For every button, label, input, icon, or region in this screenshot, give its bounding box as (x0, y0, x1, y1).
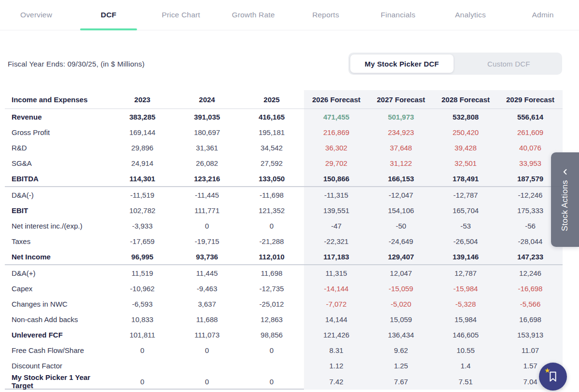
cell-value: -22,321 (304, 233, 369, 249)
bookmark-fab-button[interactable]: ★ (539, 363, 567, 391)
table-header-row: Income and Expenses 2023 2024 2025 2026 … (5, 90, 563, 109)
table-row: Net interest inc./(exp.)-3,93300-47-50-5… (5, 218, 563, 233)
tab-price-chart[interactable]: Price Chart (145, 0, 217, 30)
table-row: Non-cash Add backs10,83311,68812,86314,1… (5, 311, 563, 327)
cell-value: -25,012 (239, 296, 304, 311)
cell-value: 93,736 (175, 249, 239, 264)
cell-value: 169,144 (110, 124, 175, 140)
cell-value: -11,519 (110, 187, 175, 203)
top-nav: Overview DCF Price Chart Growth Rate Rep… (0, 0, 579, 30)
fiscal-year-note: Fiscal Year Ends: 09/30/25, (in $ Millio… (8, 60, 145, 68)
cell-value: 0 (175, 373, 239, 390)
cell-value: 139,551 (304, 203, 369, 218)
cell-value: 261,609 (498, 124, 563, 140)
cell-value: -11,698 (239, 187, 304, 203)
cell-value: 12,246 (498, 265, 563, 281)
cell-value: 180,697 (175, 124, 239, 140)
cell-value: 10.55 (433, 342, 498, 358)
cell-value: 3,637 (175, 296, 239, 311)
stock-actions-label: Stock Actions (560, 180, 570, 231)
column-header: Income and Expenses (5, 90, 110, 108)
row-label: Net Income (5, 249, 110, 264)
cell-value: 101,811 (110, 327, 175, 342)
cell-value: 29,702 (304, 155, 369, 171)
cell-value: 121,352 (239, 203, 304, 218)
cell-value: 471,455 (304, 109, 369, 124)
cell-value: 36,302 (304, 140, 369, 155)
cell-value: 102,782 (110, 203, 175, 218)
table-row: Revenue383,285391,035416,165471,455501,9… (5, 109, 563, 124)
table-row: EBITDA114,301123,216133,050150,866166,15… (5, 171, 563, 187)
tab-dcf[interactable]: DCF (72, 0, 145, 30)
tab-admin[interactable]: Admin (507, 0, 579, 30)
cell-value: -11,445 (175, 187, 239, 203)
cell-value: 29,896 (110, 140, 175, 155)
cell-value: 0 (239, 342, 304, 358)
row-label: Capex (5, 281, 110, 296)
row-label: R&D (5, 140, 110, 155)
cell-value: 150,866 (304, 171, 369, 186)
cell-value: 1.4 (433, 358, 498, 373)
cell-value: 15,059 (369, 311, 433, 327)
column-header: 2025 (239, 90, 304, 108)
cell-value: 16,698 (498, 311, 563, 327)
cell-value: -6,593 (110, 296, 175, 311)
cell-value: 11,315 (304, 265, 369, 281)
cell-value (110, 358, 175, 373)
cell-value: 391,035 (175, 109, 239, 124)
cell-value: 178,491 (433, 171, 498, 186)
cell-value: 416,165 (239, 109, 304, 124)
tab-financials[interactable]: Financials (362, 0, 434, 30)
cell-value: 216,869 (304, 124, 369, 140)
toggle-custom-dcf[interactable]: Custom DCF (457, 54, 561, 73)
row-label: My Stock Picker 1 Year Target (5, 373, 110, 390)
dcf-table: Income and Expenses 2023 2024 2025 2026 … (5, 90, 563, 390)
cell-value: 0 (110, 373, 175, 390)
cell-value: 153,913 (498, 327, 563, 342)
table-row: Changes in NWC-6,5933,637-25,012-7,072-5… (5, 296, 563, 311)
column-header: 2029 Forecast (498, 90, 563, 108)
tab-reports[interactable]: Reports (290, 0, 362, 30)
cell-value: 10,833 (110, 311, 175, 327)
cell-value: 556,614 (498, 109, 563, 124)
table-row: Free Cash Flow/Share0008.319.6210.5511.0… (5, 342, 563, 358)
column-header: 2028 Forecast (433, 90, 498, 108)
cell-value: -47 (304, 218, 369, 233)
table-row: Unlevered FCF101,811111,07398,856121,426… (5, 327, 563, 342)
cell-value: 0 (175, 342, 239, 358)
tab-overview[interactable]: Overview (0, 0, 72, 30)
cell-value: 32,501 (433, 155, 498, 171)
row-label: D&A(-) (5, 187, 110, 203)
stock-actions-tab[interactable]: Stock Actions (551, 152, 579, 247)
cell-value: 250,420 (433, 124, 498, 140)
table-row: EBIT102,782111,771121,352139,551154,1061… (5, 203, 563, 218)
row-label: SG&A (5, 155, 110, 171)
cell-value: -24,649 (369, 233, 433, 249)
subheader: Fiscal Year Ends: 09/30/25, (in $ Millio… (8, 51, 562, 77)
cell-value: 8.31 (304, 342, 369, 358)
cell-value: 34,542 (239, 140, 304, 155)
cell-value: -16,698 (498, 281, 563, 296)
cell-value: 114,301 (110, 171, 175, 186)
cell-value: -7,072 (304, 296, 369, 311)
column-header: 2023 (110, 90, 175, 108)
cell-value: -12,787 (433, 187, 498, 203)
cell-value: 112,010 (239, 249, 304, 264)
table-row: R&D29,89631,36134,54236,30237,64839,4284… (5, 140, 563, 155)
tab-analytics[interactable]: Analytics (434, 0, 507, 30)
cell-value: -9,463 (175, 281, 239, 296)
cell-value: -3,933 (110, 218, 175, 233)
chevron-up-icon (561, 168, 569, 176)
row-label: Free Cash Flow/Share (5, 342, 110, 358)
star-icon: ★ (544, 367, 551, 374)
row-label: Net interest inc./(exp.) (5, 218, 110, 233)
dcf-mode-toggle: My Stock Picker DCF Custom DCF (348, 53, 562, 75)
cell-value: -26,504 (433, 233, 498, 249)
cell-value: 139,146 (433, 249, 498, 264)
row-label: D&A(+) (5, 265, 110, 281)
tab-growth-rate[interactable]: Growth Rate (217, 0, 290, 30)
cell-value: 11,519 (110, 265, 175, 281)
cell-value: 39,428 (433, 140, 498, 155)
toggle-my-stock-picker-dcf[interactable]: My Stock Picker DCF (350, 54, 454, 73)
cell-value: 15,984 (433, 311, 498, 327)
